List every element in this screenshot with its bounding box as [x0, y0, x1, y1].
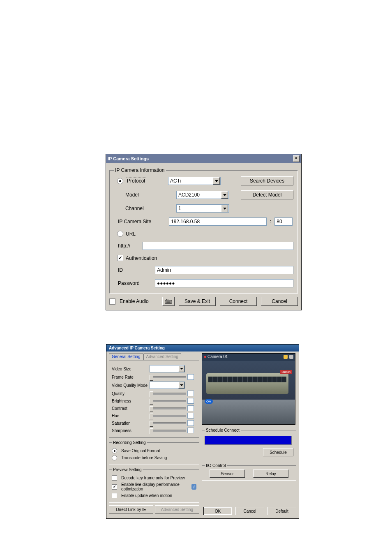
brightness-value[interactable] [187, 398, 194, 404]
frame-rate-slider[interactable] [150, 376, 186, 378]
quality-value[interactable] [187, 391, 194, 396]
sharpness-slider[interactable] [150, 430, 186, 432]
schedule-connect-group: Schedule Connect Schedule [202, 428, 296, 459]
chevron-down-icon [178, 382, 184, 388]
video-quality-mode-label: Video Quality Mode [112, 383, 148, 388]
chevron-down-icon [213, 177, 220, 185]
video-size-combo[interactable] [150, 365, 185, 372]
protocol-radio[interactable] [117, 178, 123, 184]
connect-button[interactable]: Connect [220, 297, 257, 306]
port-value: 80 [277, 219, 282, 224]
password-label: Password [114, 280, 153, 286]
ok-button[interactable]: OK [203, 507, 232, 515]
camera-preview: ● Camera 01 Station OA [202, 353, 295, 425]
decode-key-label: Decode key frame only for Preview [121, 476, 185, 480]
preview-setting-legend: Preview Setting [112, 467, 143, 472]
record-icon: ● [204, 354, 206, 359]
contrast-label: Contrast [112, 406, 148, 411]
id-input[interactable]: Admin [155, 266, 293, 274]
model-combo[interactable]: ACD2100 [176, 191, 229, 199]
dialog-title: IP Camera Settings [108, 156, 149, 161]
io-control-legend: I/O Control [205, 463, 227, 468]
hue-slider[interactable] [150, 415, 186, 417]
snapshot-icon[interactable] [284, 355, 288, 359]
port-input[interactable]: 80 [274, 217, 293, 226]
transcode-radio[interactable] [112, 455, 117, 460]
camera-label: Camera 01 [208, 354, 228, 359]
chevron-down-icon [221, 191, 228, 199]
sensor-button[interactable]: Sensor [210, 469, 245, 478]
authentication-checkbox[interactable]: ✔ [117, 255, 123, 261]
cancel-button[interactable]: Cancel [261, 297, 298, 306]
titlebar: IP Camera Settings × [106, 154, 301, 163]
channel-combo[interactable]: 1 [176, 204, 229, 213]
url-radio[interactable] [117, 231, 123, 237]
dialog-body: IP Camera Information Protocol ACTi Sear… [106, 163, 301, 310]
oa-badge: OA [205, 399, 213, 404]
titlebar: Advanced IP Camera Setting [106, 345, 299, 352]
hue-label: Hue [112, 414, 148, 418]
dialog-title: Advanced IP Camera Setting [109, 346, 165, 350]
frame-rate-value[interactable] [187, 374, 194, 380]
quality-slider[interactable] [150, 393, 186, 395]
url-label: URL [126, 231, 136, 237]
io-control-group: I/O Control Sensor Relay [202, 463, 296, 481]
saturation-value[interactable] [187, 420, 194, 426]
schedule-bar[interactable] [205, 436, 292, 445]
recording-setting-legend: Recording Setting [112, 440, 147, 445]
save-exit-button[interactable]: Save & Exit [179, 297, 216, 306]
hue-value[interactable] [187, 413, 194, 419]
schedule-button[interactable]: Schedule [263, 448, 293, 456]
detect-model-button[interactable]: Detect Model [241, 190, 293, 199]
advanced-ip-camera-setting-dialog: Advanced IP Camera Setting General Setti… [106, 344, 299, 519]
password-input[interactable]: ●●●●●● [155, 279, 293, 287]
password-value: ●●●●●● [157, 280, 175, 286]
tab-advanced-setting[interactable]: Advanced Setting [143, 353, 181, 360]
preview-scene: Station OA [202, 361, 295, 424]
model-value: ACD2100 [178, 192, 200, 198]
url-input[interactable] [143, 242, 293, 250]
quality-label: Quality [112, 391, 148, 396]
ip-camera-settings-dialog: IP Camera Settings × IP Camera Informati… [106, 154, 302, 310]
chevron-down-icon [221, 205, 228, 212]
saturation-label: Saturation [112, 421, 148, 426]
relay-button[interactable]: Relay [253, 469, 288, 478]
enable-live-checkbox[interactable]: ✔ [112, 484, 117, 490]
default-button[interactable]: Default [267, 507, 296, 515]
preview-setting-group: Preview Setting Decode key frame only fo… [109, 467, 199, 503]
station-sign: Station [280, 370, 292, 374]
enable-live-label: Enable live display performance optimiza… [121, 482, 188, 491]
info-icon[interactable]: i [191, 484, 196, 490]
keyboard-icon-button[interactable] [162, 297, 175, 306]
enable-update-checkbox[interactable] [112, 493, 117, 498]
sharpness-value[interactable] [187, 428, 194, 433]
ip-camera-site-label: IP Camera Site [114, 219, 167, 224]
id-label: ID [114, 267, 153, 273]
direct-link-button[interactable]: Direct Link by IE [109, 505, 153, 513]
enable-update-label: Enable update when motion [121, 493, 172, 498]
authentication-label: Authentication [126, 255, 157, 261]
search-devices-button[interactable]: Search Devices [241, 176, 293, 185]
ip-camera-site-input[interactable]: 192.168.0.58 [169, 217, 267, 226]
left-column: General Setting Advanced Setting Video S… [109, 353, 199, 515]
protocol-combo[interactable]: ACTi [168, 177, 221, 185]
svg-rect-0 [165, 300, 172, 303]
close-icon[interactable]: × [293, 155, 300, 162]
saturation-slider[interactable] [150, 422, 186, 424]
decode-key-checkbox[interactable] [112, 475, 117, 481]
site-value: 192.168.0.58 [171, 219, 200, 224]
contrast-slider[interactable] [150, 407, 186, 409]
brightness-slider[interactable] [150, 400, 186, 402]
right-column: ● Camera 01 Station OA Schedule Conne [202, 353, 296, 515]
general-setting-panel: Video Size Frame Rate Video Quality Mode… [109, 361, 199, 438]
contrast-value[interactable] [187, 405, 194, 411]
audio-icon[interactable] [289, 355, 293, 359]
chevron-down-icon [178, 365, 184, 372]
video-quality-mode-combo[interactable] [150, 382, 185, 389]
enable-audio-checkbox[interactable] [109, 298, 115, 305]
tab-general-setting[interactable]: General Setting [109, 353, 143, 360]
save-original-radio[interactable] [112, 448, 117, 453]
cancel-button[interactable]: Cancel [235, 507, 264, 515]
advanced-setting-button[interactable]: Advanced Setting [155, 505, 199, 513]
url-prefix: http:// [114, 243, 141, 249]
